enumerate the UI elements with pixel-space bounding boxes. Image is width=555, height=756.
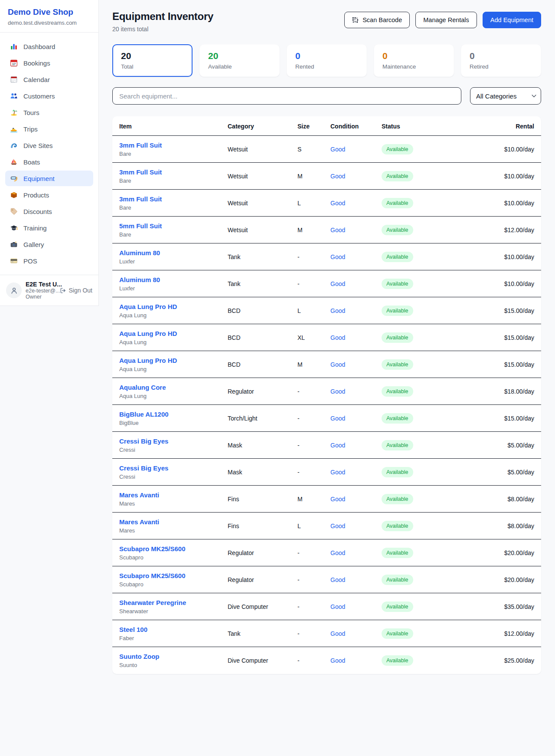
stat-card-available[interactable]: 20 Available bbox=[199, 44, 280, 77]
dive-sites-icon bbox=[10, 141, 18, 149]
status-badge: Available bbox=[382, 467, 413, 477]
table-row[interactable]: Scubapro MK25/S600 Scubapro Regulator - … bbox=[112, 539, 541, 566]
table-row[interactable]: 3mm Full Suit Bare Wetsuit M Good Availa… bbox=[112, 163, 541, 190]
sidebar-item-dive-sites[interactable]: Dive Sites bbox=[5, 138, 93, 153]
item-link[interactable]: Shearwater Peregrine bbox=[119, 599, 186, 606]
stat-value: 20 bbox=[208, 50, 271, 61]
condition-link[interactable]: Good bbox=[330, 415, 345, 422]
rental-price: $5.00/day bbox=[461, 432, 541, 459]
sidebar-item-label: Dashboard bbox=[23, 43, 55, 50]
sidebar-item-pos[interactable]: POS bbox=[5, 253, 93, 269]
sidebar-item-gallery[interactable]: Gallery bbox=[5, 237, 93, 252]
item-link[interactable]: 5mm Full Suit bbox=[119, 222, 162, 230]
table-row[interactable]: 3mm Full Suit Bare Wetsuit L Good Availa… bbox=[112, 190, 541, 217]
table-row[interactable]: 5mm Full Suit Bare Wetsuit M Good Availa… bbox=[112, 217, 541, 243]
item-link[interactable]: Mares Avanti bbox=[119, 518, 159, 526]
table-row[interactable]: Aqua Lung Pro HD Aqua Lung BCD XL Good A… bbox=[112, 324, 541, 351]
condition-link[interactable]: Good bbox=[330, 523, 345, 529]
item-link[interactable]: Mares Avanti bbox=[119, 491, 159, 499]
equipment-table: Item Category Size Condition Status Rent… bbox=[112, 116, 541, 674]
item-link[interactable]: Aqua Lung Pro HD bbox=[119, 303, 177, 310]
sidebar-item-tours[interactable]: Tours bbox=[5, 105, 93, 120]
item-link[interactable]: Aluminum 80 bbox=[119, 249, 160, 256]
condition-link[interactable]: Good bbox=[330, 334, 345, 341]
table-row[interactable]: Mares Avanti Mares Fins L Good Available… bbox=[112, 513, 541, 539]
item-link[interactable]: Steel 100 bbox=[119, 626, 147, 633]
item-size: - bbox=[291, 270, 323, 297]
condition-link[interactable]: Good bbox=[330, 496, 345, 503]
table-row[interactable]: Mares Avanti Mares Fins M Good Available… bbox=[112, 486, 541, 513]
condition-link[interactable]: Good bbox=[330, 442, 345, 449]
sidebar-item-products[interactable]: Products bbox=[5, 187, 93, 203]
table-row[interactable]: Aqualung Core Aqua Lung Regulator - Good… bbox=[112, 378, 541, 405]
condition-link[interactable]: Good bbox=[330, 227, 345, 233]
condition-link[interactable]: Good bbox=[330, 469, 345, 476]
page-header-left: Equipment Inventory 20 items total bbox=[112, 10, 213, 33]
stat-card-total[interactable]: 20 Total bbox=[112, 44, 193, 77]
add-equipment-button[interactable]: Add Equipment bbox=[483, 12, 541, 28]
item-link[interactable]: BigBlue AL1200 bbox=[119, 411, 169, 418]
table-row[interactable]: Scubapro MK25/S600 Scubapro Regulator - … bbox=[112, 566, 541, 593]
item-link[interactable]: 3mm Full Suit bbox=[119, 195, 162, 203]
sidebar-item-equipment[interactable]: Equipment bbox=[5, 171, 93, 186]
table-row[interactable]: Cressi Big Eyes Cressi Mask - Good Avail… bbox=[112, 432, 541, 459]
condition-link[interactable]: Good bbox=[330, 657, 345, 664]
item-link[interactable]: Scubapro MK25/S600 bbox=[119, 545, 186, 552]
search-input[interactable] bbox=[112, 87, 461, 105]
item-link[interactable]: Cressi Big Eyes bbox=[119, 464, 168, 472]
scan-barcode-button[interactable]: Scan Barcode bbox=[344, 12, 410, 28]
stat-card-retired[interactable]: 0 Retired bbox=[461, 44, 541, 77]
sidebar-item-dashboard[interactable]: Dashboard bbox=[5, 39, 93, 54]
table-row[interactable]: Aqua Lung Pro HD Aqua Lung BCD M Good Av… bbox=[112, 351, 541, 378]
condition-link[interactable]: Good bbox=[330, 549, 345, 556]
condition-link[interactable]: Good bbox=[330, 280, 345, 287]
item-link[interactable]: Cressi Big Eyes bbox=[119, 437, 168, 445]
category-select[interactable]: All Categories bbox=[470, 87, 541, 105]
sidebar-item-trips[interactable]: Trips bbox=[5, 121, 93, 137]
stat-card-rented[interactable]: 0 Rented bbox=[287, 44, 367, 77]
item-link[interactable]: 3mm Full Suit bbox=[119, 141, 162, 149]
condition-link[interactable]: Good bbox=[330, 146, 345, 153]
table-row[interactable]: 3mm Full Suit Bare Wetsuit S Good Availa… bbox=[112, 136, 541, 163]
table-row[interactable]: Shearwater Peregrine Shearwater Dive Com… bbox=[112, 593, 541, 620]
condition-link[interactable]: Good bbox=[330, 200, 345, 207]
condition-link[interactable]: Good bbox=[330, 603, 345, 610]
status-badge: Available bbox=[382, 198, 413, 208]
table-row[interactable]: Cressi Big Eyes Cressi Mask - Good Avail… bbox=[112, 459, 541, 486]
manage-rentals-button[interactable]: Manage Rentals bbox=[415, 12, 477, 28]
condition-link[interactable]: Good bbox=[330, 173, 345, 180]
condition-link[interactable]: Good bbox=[330, 253, 345, 260]
sidebar-item-boats[interactable]: Boats bbox=[5, 154, 93, 170]
status-badge: Available bbox=[382, 440, 413, 450]
sidebar-item-bookings[interactable]: 17 Bookings bbox=[5, 55, 93, 71]
scan-barcode-label: Scan Barcode bbox=[362, 16, 402, 23]
item-link[interactable]: Aqua Lung Pro HD bbox=[119, 330, 177, 337]
sidebar-item-calendar[interactable]: Calendar bbox=[5, 72, 93, 87]
condition-link[interactable]: Good bbox=[330, 388, 345, 395]
table-row[interactable]: Aluminum 80 Luxfer Tank - Good Available… bbox=[112, 243, 541, 270]
sidebar-item-discounts[interactable]: Discounts bbox=[5, 204, 93, 219]
sidebar-item-training[interactable]: Training bbox=[5, 220, 93, 236]
status-badge: Available bbox=[382, 521, 413, 531]
table-row[interactable]: Aqua Lung Pro HD Aqua Lung BCD L Good Av… bbox=[112, 297, 541, 324]
table-row[interactable]: Suunto Zoop Suunto Dive Computer - Good … bbox=[112, 647, 541, 674]
condition-link[interactable]: Good bbox=[330, 307, 345, 314]
rental-price: $15.00/day bbox=[461, 405, 541, 432]
shop-logo[interactable]: Demo Dive Shop bbox=[8, 7, 91, 17]
item-link[interactable]: Scubapro MK25/S600 bbox=[119, 572, 186, 579]
condition-link[interactable]: Good bbox=[330, 576, 345, 583]
item-link[interactable]: Suunto Zoop bbox=[119, 653, 159, 660]
condition-link[interactable]: Good bbox=[330, 630, 345, 637]
table-row[interactable]: BigBlue AL1200 BigBlue Torch/Light - Goo… bbox=[112, 405, 541, 432]
sign-out-button[interactable]: Sign Out bbox=[60, 287, 92, 294]
item-link[interactable]: Aqua Lung Pro HD bbox=[119, 357, 177, 364]
table-row[interactable]: Aluminum 80 Luxfer Tank - Good Available… bbox=[112, 270, 541, 297]
condition-link[interactable]: Good bbox=[330, 361, 345, 368]
item-link[interactable]: 3mm Full Suit bbox=[119, 168, 162, 176]
sidebar-item-customers[interactable]: Customers bbox=[5, 88, 93, 104]
item-link[interactable]: Aluminum 80 bbox=[119, 276, 160, 283]
table-row[interactable]: Steel 100 Faber Tank - Good Available $1… bbox=[112, 620, 541, 647]
item-link[interactable]: Aqualung Core bbox=[119, 384, 166, 391]
column-header-size: Size bbox=[291, 116, 323, 136]
stat-card-maintenance[interactable]: 0 Maintenance bbox=[374, 44, 454, 77]
